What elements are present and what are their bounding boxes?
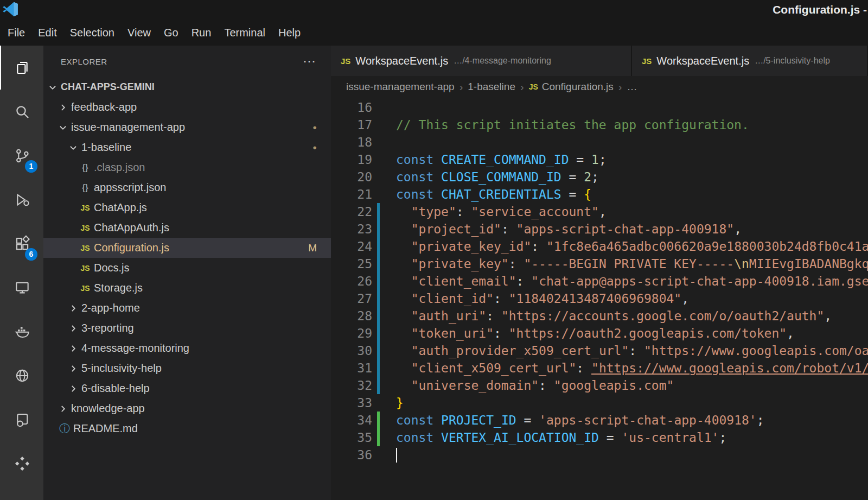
tree-item-issue-management-app[interactable]: issue-management-app● — [43, 117, 331, 137]
activity-extensions[interactable]: 6 — [0, 221, 43, 265]
code-line-20[interactable]: 20const CLOSE_COMMAND_ID = 2; — [331, 168, 868, 186]
more-actions-button[interactable]: ⋯ — [303, 59, 316, 64]
tree-item-5-inclusivity-help[interactable]: 5-inclusivity-help — [43, 358, 331, 378]
code-line-33[interactable]: 33} — [331, 394, 868, 412]
code-text: "client_id": "118402413487406969804", — [380, 290, 689, 307]
activity-docker[interactable] — [0, 309, 43, 353]
activity-search[interactable] — [0, 90, 43, 134]
code-text — [380, 446, 397, 464]
activity-explorer[interactable] — [0, 46, 43, 90]
breadcrumb-item-subfolder[interactable]: 1-baseline — [468, 81, 515, 93]
activity-diamonds[interactable] — [0, 441, 43, 485]
code-text — [380, 99, 396, 116]
tree-item-chatappauth-js[interactable]: JSChatAppAuth.js — [43, 218, 331, 238]
code-line-21[interactable]: 21const CHAT_CREDENTIALS = { — [331, 186, 868, 203]
tree-item-knowledge-app[interactable]: knowledge-app — [43, 398, 331, 419]
code-line-28[interactable]: 28 "auth_uri": "https://accounts.google.… — [331, 307, 868, 325]
activity-source-control[interactable]: 1 — [0, 134, 43, 178]
code-line-30[interactable]: 30 "auth_provider_x509_cert_url": "https… — [331, 342, 868, 359]
code-line-17[interactable]: 17// This script initiates the app confi… — [331, 116, 868, 134]
code-area[interactable]: 1617// This script initiates the app con… — [331, 98, 868, 500]
code-text: const CHAT_CREDENTIALS = { — [380, 186, 591, 203]
code-line-18[interactable]: 18 — [331, 134, 868, 151]
chevron-right-icon — [68, 324, 78, 333]
code-line-34[interactable]: 34const PROJECT_ID = 'apps-script-chat-a… — [331, 412, 868, 429]
tree-item-label: Docs.js — [94, 262, 130, 274]
code-line-25[interactable]: 25 "private_key": "-----BEGIN PRIVATE KE… — [331, 255, 868, 273]
js-file-icon: JS — [80, 284, 91, 293]
tab-workspaceevent-4-message-monitoring[interactable]: JS WorkspaceEvent.js …/4-message-monitor… — [331, 46, 632, 76]
activity-run-debug[interactable] — [0, 178, 43, 221]
tab-label: WorkspaceEvent.js — [656, 55, 749, 67]
chevron-down-icon — [58, 123, 68, 132]
line-number: 23 — [331, 220, 372, 238]
tree-item-feedback-app[interactable]: feedback-app — [43, 97, 331, 117]
code-line-23[interactable]: 23 "project_id": "apps-script-chat-app-4… — [331, 220, 868, 238]
tree-item-docs-js[interactable]: JSDocs.js — [43, 258, 331, 278]
code-line-36[interactable]: 36 — [331, 446, 868, 464]
editor-area: JS WorkspaceEvent.js …/4-message-monitor… — [331, 46, 868, 500]
tree-item-configuration-js[interactable]: JSConfiguration.jsM — [43, 238, 331, 258]
menu-edit[interactable]: Edit — [31, 27, 63, 39]
tree-item-label: knowledge-app — [71, 402, 145, 415]
breadcrumb-item-symbol[interactable]: … — [627, 81, 637, 93]
tree-item-readme-md[interactable]: ⓘREADME.md — [43, 419, 331, 439]
code-line-26[interactable]: 26 "client_email": "chat-app@apps-script… — [331, 273, 868, 290]
tree-item-chatapp-js[interactable]: JSChatApp.js — [43, 198, 331, 218]
breadcrumb-item-file[interactable]: Configuration.js — [542, 81, 614, 93]
activity-remote-explorer[interactable] — [0, 265, 43, 309]
code-line-31[interactable]: 31 "client_x509_cert_url": "https://www.… — [331, 359, 868, 377]
tree-item-label: 3-reporting — [81, 322, 134, 334]
code-text: "client_email": "chat-app@apps-script-ch… — [380, 273, 868, 290]
tab-description: …/4-message-monitoring — [454, 56, 551, 66]
line-number: 36 — [331, 446, 372, 464]
tree-item-appsscript-json[interactable]: {}appsscript.json — [43, 178, 331, 198]
activity-cloud-code[interactable] — [0, 397, 43, 441]
tree-item-1-baseline[interactable]: 1-baseline● — [43, 137, 331, 157]
menu-run[interactable]: Run — [185, 27, 218, 39]
line-number: 30 — [331, 342, 372, 359]
tree-item-label: 6-disable-help — [81, 382, 150, 395]
tree-item--clasp-json[interactable]: {}.clasp.json — [43, 157, 331, 178]
code-line-22[interactable]: 22 "type": "service_account", — [331, 203, 868, 220]
tree-item-chat-apps-gemini[interactable]: CHAT-APPS-GEMINI — [43, 77, 331, 97]
tree-item-2-app-home[interactable]: 2-app-home — [43, 298, 331, 318]
js-file-icon: JS — [341, 56, 350, 66]
globe-icon — [14, 367, 31, 384]
code-line-32[interactable]: 32 "universe_domain": "googleapis.com" — [331, 377, 868, 394]
tree-item-label: feedback-app — [71, 101, 137, 113]
menu-help[interactable]: Help — [272, 27, 307, 39]
code-text: "universe_domain": "googleapis.com" — [380, 377, 674, 394]
code-line-24[interactable]: 24 "private_key_id": "1fc8e6a465adbc0066… — [331, 238, 868, 255]
menu-view[interactable]: View — [121, 27, 157, 39]
code-line-19[interactable]: 19const CREATE_COMMAND_ID = 1; — [331, 151, 868, 168]
tree-item-storage-js[interactable]: JSStorage.js — [43, 278, 331, 298]
activity-globe[interactable] — [0, 353, 43, 397]
breadcrumb-item-folder[interactable]: issue-management-app — [346, 81, 455, 93]
chevron-right-icon: › — [515, 81, 529, 93]
line-number: 16 — [331, 99, 372, 116]
menu-file[interactable]: File — [1, 27, 31, 39]
explorer-icon — [14, 59, 31, 77]
menu-selection[interactable]: Selection — [63, 27, 121, 39]
code-line-27[interactable]: 27 "client_id": "118402413487406969804", — [331, 290, 868, 307]
menu-go[interactable]: Go — [157, 27, 185, 39]
file-tree: CHAT-APPS-GEMINIfeedback-appissue-manage… — [43, 77, 331, 439]
tree-item-6-disable-help[interactable]: 6-disable-help — [43, 378, 331, 398]
text-cursor — [396, 448, 397, 463]
code-line-29[interactable]: 29 "token_uri": "https://oauth2.googleap… — [331, 325, 868, 342]
extensions-badge: 6 — [25, 248, 37, 261]
remote-explorer-icon — [14, 279, 31, 296]
line-number: 32 — [331, 377, 372, 394]
menu-terminal[interactable]: Terminal — [218, 27, 272, 39]
tree-item-label: README.md — [73, 422, 138, 435]
code-line-16[interactable]: 16 — [331, 99, 868, 116]
js-file-icon: JS — [529, 83, 538, 91]
git-modified-badge: M — [308, 242, 317, 254]
code-line-35[interactable]: 35const VERTEX_AI_LOCATION_ID = 'us-cent… — [331, 429, 868, 446]
code-text: "auth_uri": "https://accounts.google.com… — [380, 307, 832, 325]
tree-item-3-reporting[interactable]: 3-reporting — [43, 318, 331, 338]
tab-workspaceevent-5-inclusivity-help[interactable]: JS WorkspaceEvent.js …/5-inclusivity-hel… — [632, 46, 868, 76]
tree-item-4-message-monitoring[interactable]: 4-message-monitoring — [43, 338, 331, 358]
tab-description: …/5-inclusivity-help — [755, 56, 830, 66]
